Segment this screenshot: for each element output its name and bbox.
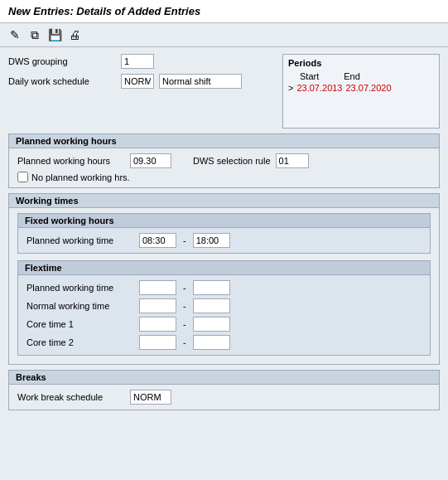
flex-planned-dash: -: [183, 283, 186, 293]
fixed-working-hours-title: Fixed working hours: [18, 214, 430, 228]
planned-hours-input[interactable]: [130, 153, 171, 168]
flex-normal-row: Normal working time -: [26, 298, 422, 313]
daily-work-schedule-desc-input[interactable]: [159, 74, 242, 89]
fixed-working-hours-subsection: Fixed working hours Planned working time…: [17, 213, 431, 254]
periods-box: Periods Start End > 23.07.2013 23.07.202…: [282, 54, 440, 128]
flex-planned-end[interactable]: [193, 280, 230, 295]
edit-icon[interactable]: ✎: [7, 27, 23, 43]
flex-normal-start[interactable]: [139, 298, 176, 313]
fixed-planned-time-label: Planned working time: [26, 235, 134, 245]
planned-hours-label: Planned working hours: [17, 156, 125, 166]
flex-core2-label: Core time 2: [26, 337, 134, 347]
periods-end-header: End: [344, 71, 360, 81]
period-start-date: 23.07.2013: [296, 83, 342, 93]
working-times-section: Working times Fixed working hours Planne…: [8, 193, 440, 365]
daily-work-schedule-label: Daily work schedule: [8, 76, 116, 86]
period-end-date: 23.07.2020: [346, 83, 392, 93]
flex-normal-end[interactable]: [193, 298, 230, 313]
flex-planned-label: Planned working time: [26, 283, 134, 293]
flex-core1-label: Core time 1: [26, 319, 134, 329]
flex-planned-row: Planned working time -: [26, 280, 422, 295]
breaks-section: Breaks Work break schedule: [8, 370, 440, 410]
flextime-title: Flextime: [18, 261, 430, 275]
no-planned-hours-label: No planned working hrs.: [31, 172, 130, 182]
flex-normal-label: Normal working time: [26, 301, 134, 311]
flex-core1-end[interactable]: [193, 317, 230, 332]
fixed-dash: -: [183, 235, 186, 245]
periods-start-header: Start: [300, 71, 319, 81]
print-icon[interactable]: 🖨: [66, 27, 83, 43]
planned-working-hours-title: Planned working hours: [9, 134, 439, 148]
flex-core2-row: Core time 2 -: [26, 335, 422, 350]
work-break-input[interactable]: [130, 390, 171, 405]
no-planned-hours-checkbox[interactable]: [17, 172, 28, 182]
daily-work-schedule-code-input[interactable]: [121, 74, 154, 89]
dws-selection-rule-label: DWS selection rule: [193, 156, 271, 166]
periods-title: Periods: [288, 58, 434, 68]
flex-planned-start[interactable]: [139, 280, 176, 295]
planned-working-hours-section: Planned working hours Planned working ho…: [8, 133, 440, 188]
dws-grouping-label: DWS grouping: [8, 56, 116, 66]
toolbar: ✎ ⧉ 💾 🖨: [0, 23, 448, 47]
work-break-label: Work break schedule: [17, 392, 125, 402]
flex-normal-dash: -: [183, 301, 186, 311]
flex-core2-start[interactable]: [139, 335, 176, 350]
flex-core1-start[interactable]: [139, 317, 176, 332]
breaks-title: Breaks: [9, 371, 439, 385]
fixed-start-input[interactable]: [139, 233, 176, 248]
dws-selection-rule-input[interactable]: [276, 153, 309, 168]
dws-grouping-input[interactable]: [121, 54, 154, 69]
working-times-title: Working times: [9, 194, 439, 208]
fixed-end-input[interactable]: [193, 233, 230, 248]
flex-core2-end[interactable]: [193, 335, 230, 350]
title-bar: New Entries: Details of Added Entries: [0, 0, 448, 23]
save-icon[interactable]: 💾: [46, 27, 63, 43]
flex-core1-row: Core time 1 -: [26, 317, 422, 332]
copy-icon[interactable]: ⧉: [26, 27, 43, 43]
flex-core1-dash: -: [183, 319, 186, 329]
flextime-subsection: Flextime Planned working time - Normal w…: [17, 260, 431, 356]
period-row: > 23.07.2013 23.07.2020: [288, 83, 434, 93]
flex-core2-dash: -: [183, 337, 186, 347]
period-arrow: >: [288, 83, 293, 93]
